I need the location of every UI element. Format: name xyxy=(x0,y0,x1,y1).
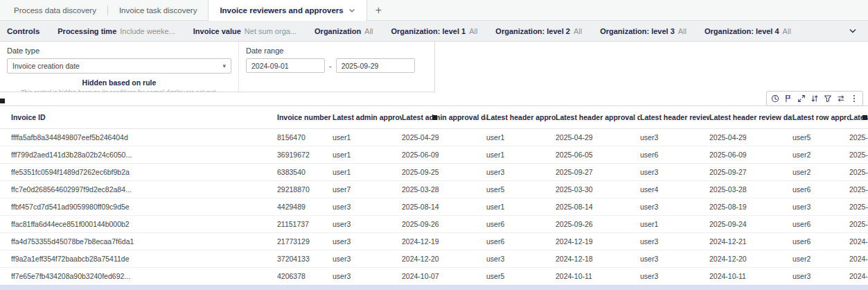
table-cell: 2025-04-29 xyxy=(556,128,640,146)
date-start-input[interactable] xyxy=(246,58,325,73)
table-cell: user3 xyxy=(486,250,556,267)
table-row[interactable]: ffbf457cd7d541ad9059980ff09c9d5e4429489u… xyxy=(0,198,868,215)
resize-handle[interactable] xyxy=(0,99,5,103)
table-cell: user3 xyxy=(640,198,709,215)
filter-chip-organization-level-1[interactable]: Organization: level 1 All xyxy=(391,27,478,35)
history-icon[interactable] xyxy=(769,92,781,105)
table-cell: user2 xyxy=(792,250,849,267)
table-row[interactable]: ffa4d753355d45078be7b8ecaa7f6da121773129… xyxy=(0,232,868,250)
table-cell: user3 xyxy=(792,267,849,284)
column-header[interactable]: Latest header approver xyxy=(486,106,556,128)
table-cell: 2025-09-25 xyxy=(402,163,486,180)
filter-chip-invoice-value[interactable]: Invoice value Net sum orga... xyxy=(193,27,296,35)
more-options-icon[interactable] xyxy=(848,92,860,105)
filter-value: Include weeke... xyxy=(120,27,175,35)
table-cell: user1 xyxy=(486,146,556,163)
column-header[interactable]: Latest admin approval date xyxy=(402,106,486,128)
next-row-partial[interactable] xyxy=(0,284,868,290)
table-cell: user1 xyxy=(640,215,709,232)
table-cell: 2025- xyxy=(849,198,868,215)
table-cell: 2025-06-09 xyxy=(709,146,792,163)
filter-value: All xyxy=(469,27,477,35)
table-cell: 21773129 xyxy=(277,232,333,250)
date-type-label: Date type xyxy=(7,46,231,55)
table-cell: 2025-03-28 xyxy=(709,180,792,198)
table-cell: 29218870 xyxy=(277,180,333,198)
table-cell: user2 xyxy=(792,146,849,163)
column-header[interactable]: Latest admin approver xyxy=(333,106,402,128)
column-header[interactable]: Latest header reviewer xyxy=(640,106,709,128)
filter-chip-organization-level-3[interactable]: Organization: level 3 All xyxy=(600,27,687,35)
filter-icon[interactable] xyxy=(822,92,834,105)
date-end-input[interactable] xyxy=(336,58,415,73)
filter-chip-organization[interactable]: Organization All xyxy=(315,27,373,35)
date-type-selected-value: Invoice creation date xyxy=(12,62,80,70)
table-cell: 2025- xyxy=(849,163,868,180)
table-cell: 2024- xyxy=(849,267,868,284)
tab-invoice-task-discovery[interactable]: Invoice task discovery xyxy=(108,0,209,21)
column-header[interactable]: Latest header review date xyxy=(709,106,792,128)
table-row[interactable]: ffe5351fc0594f1489d7262ec6bf9b2a6383540u… xyxy=(0,163,868,180)
table-row[interactable]: ff7e65e7fb434208a90b3240fed692...4206378… xyxy=(0,267,868,284)
resize-handle[interactable] xyxy=(432,115,437,120)
invoice-approvals-table: Invoice IDInvoice numberLatest admin app… xyxy=(0,105,868,290)
expand-icon[interactable] xyxy=(795,92,808,105)
table-cell: 2025- xyxy=(849,215,868,232)
filter-name: Invoice value xyxy=(193,27,241,35)
filter-chip-organization-level-4[interactable]: Organization: level 4 All xyxy=(705,27,791,35)
grid-body: ffffa5afb8a344849807eef5b246404d8156470u… xyxy=(0,128,868,284)
table-cell: 4206378 xyxy=(277,267,333,284)
date-type-select[interactable]: Invoice creation date ▾ xyxy=(7,58,231,74)
table-cell: user6 xyxy=(486,232,556,250)
grid-footer xyxy=(0,284,868,290)
table-cell: 2025- xyxy=(849,146,868,163)
tab-menu-chevron-down-icon[interactable] xyxy=(348,6,355,15)
filter-chip-organization-level-2[interactable]: Organization: level 2 All xyxy=(495,27,582,35)
table-cell: ffffa5afb8a344849807eef5b246404d xyxy=(0,128,277,146)
table-cell: 2025-08-14 xyxy=(402,198,486,215)
table-cell: ffc7e0d268564602997f9d2ec82a84... xyxy=(0,180,277,198)
table-toolbar xyxy=(766,91,863,106)
table-cell: 2025-06-05 xyxy=(556,146,640,163)
tab-bar: Process data discovery Invoice task disc… xyxy=(0,0,868,21)
date-type-section: Date type Invoice creation date ▾ Hidden… xyxy=(0,42,239,92)
table-row[interactable]: ff9a2a1eff354f72baabcb28a75411de37204133… xyxy=(0,250,868,267)
table-cell: user1 xyxy=(333,128,402,146)
filter-settings-panel: Date type Invoice creation date ▾ Hidden… xyxy=(0,42,435,92)
flag-icon[interactable] xyxy=(782,92,795,105)
hidden-rule-title: Hidden based on rule xyxy=(7,78,231,87)
table-cell: user3 xyxy=(333,215,402,232)
table-row[interactable]: ffffa5afb8a344849807eef5b246404d8156470u… xyxy=(0,128,868,146)
column-header[interactable]: Invoice ID xyxy=(0,106,277,128)
table-cell: user6 xyxy=(640,146,709,163)
table-cell: user6 xyxy=(792,232,849,250)
table-cell: 36919672 xyxy=(277,146,333,163)
date-range-separator: - xyxy=(329,62,332,70)
column-header[interactable]: Latest header approval date xyxy=(556,106,640,128)
table-cell: ff7e65e7fb434208a90b3240fed692... xyxy=(0,267,277,284)
column-header[interactable]: Latest row approver xyxy=(792,106,849,128)
filter-value: All xyxy=(364,27,373,35)
sort-icon[interactable] xyxy=(808,92,821,105)
filter-name: Organization: level 2 xyxy=(495,27,570,35)
date-range-section: Date range - xyxy=(239,42,434,92)
table-cell: user7 xyxy=(333,180,402,198)
table-row[interactable]: ffac81ffa6d44ece851f000144b000b221151737… xyxy=(0,215,868,232)
table-cell: user3 xyxy=(333,198,402,215)
table-cell: 2024- xyxy=(849,232,868,250)
table-cell: 2024-12-19 xyxy=(556,232,640,250)
filter-name: Processing time xyxy=(57,27,116,35)
table-row[interactable]: fff799d2aed141d3b28a02b24c6050...3691967… xyxy=(0,146,868,163)
table-row[interactable]: ffc7e0d268564602997f9d2ec82a84...2921887… xyxy=(0,180,868,198)
tab-label: Invoice reviewers and approvers xyxy=(220,6,343,15)
new-tab-button[interactable]: + xyxy=(367,0,390,21)
resize-handle[interactable] xyxy=(862,115,867,120)
filter-chip-processing-time[interactable]: Processing time Include weeke... xyxy=(57,27,175,35)
tab-invoice-reviewers-and-approvers[interactable]: Invoice reviewers and approvers xyxy=(208,0,366,21)
table-cell: user1 xyxy=(486,198,556,215)
controls-collapse-chevron-down-icon[interactable] xyxy=(849,28,861,34)
table-cell: 2024-10-11 xyxy=(709,267,792,284)
column-header[interactable]: Invoice number xyxy=(277,106,333,128)
swap-icon[interactable] xyxy=(835,92,847,105)
tab-process-data-discovery[interactable]: Process data discovery xyxy=(3,0,107,21)
